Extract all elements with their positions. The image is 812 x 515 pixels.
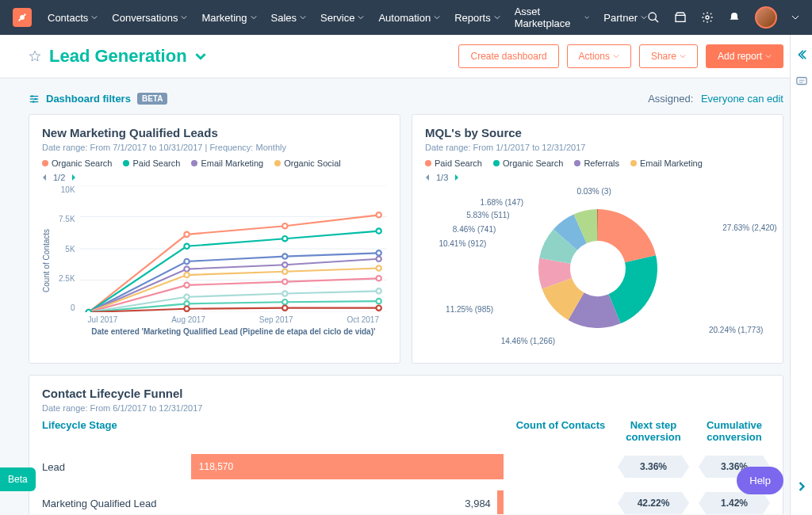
svg-point-47 [282,305,287,310]
funnel-row: Lead 118,570 3.36% 3.36% [42,454,770,479]
svg-point-35 [282,269,287,274]
funnel-row: Marketing Qualified Lead 3,984 42.22% 1.… [42,490,770,514]
svg-point-33 [376,257,381,261]
legend: Organic Search Paid Search Email Marketi… [42,158,387,168]
help-pill[interactable]: Help [737,467,783,494]
hubspot-logo-icon[interactable] [13,8,32,27]
svg-point-29 [282,254,287,258]
svg-point-21 [184,232,189,237]
page-header: Lead Generation Create dashboard Actions… [0,35,812,78]
svg-point-32 [282,262,287,267]
svg-point-44 [282,299,287,304]
svg-point-14 [33,101,35,103]
star-icon[interactable] [29,50,41,63]
create-dashboard-button[interactable]: Create dashboard [458,44,558,68]
card-mql-source: MQL's by Source Date range: From 1/1/201… [412,114,783,364]
gear-icon[interactable] [701,11,714,24]
svg-rect-49 [796,78,806,85]
card-funnel: Contact Lifecycle Funnel Date range: Fro… [29,375,783,514]
svg-point-5 [649,13,656,20]
legend: Paid Search Organic Search Referrals Ema… [425,158,770,168]
share-button[interactable]: Share [639,44,698,68]
chevron-down-icon[interactable] [791,13,799,21]
svg-point-48 [376,305,381,310]
svg-point-31 [184,266,189,271]
svg-point-27 [376,228,381,233]
beta-badge: BETA [137,93,167,105]
chevron-right-icon[interactable] [797,482,806,491]
svg-point-37 [184,283,189,288]
collapse-icon[interactable] [796,49,807,60]
chat-icon[interactable] [796,76,807,87]
pie-chart: 0.03% (3) 1.68% (147) 5.83% (511) 8.46% … [425,185,770,352]
nav-reports[interactable]: Reports [454,6,500,29]
nav-service[interactable]: Service [320,6,364,29]
svg-point-45 [376,299,381,303]
svg-point-12 [31,95,33,97]
line-chart [80,185,387,312]
svg-point-23 [376,212,381,217]
card-title: MQL's by Source [425,126,770,139]
svg-point-28 [184,259,189,264]
svg-line-6 [655,19,658,22]
page-title: Lead Generation [49,46,187,67]
legend-pager[interactable]: 1/2 [42,173,387,182]
nav-menu: Contacts Conversations Marketing Sales S… [48,6,647,29]
side-rail [790,35,812,515]
svg-point-40 [184,295,189,299]
svg-point-42 [376,288,381,293]
actions-button[interactable]: Actions [567,44,631,68]
bell-icon[interactable] [728,11,741,24]
marketplace-icon[interactable] [674,11,687,24]
svg-point-22 [282,223,287,228]
nav-partner[interactable]: Partner [603,6,647,29]
nav-conversations[interactable]: Conversations [112,6,187,29]
assigned-link[interactable]: Everyone can edit [701,93,783,105]
svg-point-24 [86,310,90,312]
legend-pager[interactable]: 1/3 [425,173,770,182]
top-nav: Contacts Conversations Marketing Sales S… [0,0,812,35]
nav-sales[interactable]: Sales [271,6,307,29]
svg-point-36 [376,265,381,270]
svg-point-39 [376,276,381,280]
svg-point-8 [706,16,709,19]
svg-point-46 [184,307,189,311]
dashboard-filters[interactable]: Dashboard filters BETA [29,93,167,105]
svg-point-38 [282,279,287,284]
add-report-button[interactable]: Add report [706,44,783,68]
chevron-down-icon[interactable] [195,51,206,62]
assigned-section: Assigned: Everyone can edit [648,93,783,105]
svg-point-30 [376,250,381,255]
nav-contacts[interactable]: Contacts [48,6,98,29]
svg-point-34 [184,273,189,277]
nav-marketing[interactable]: Marketing [201,6,256,29]
beta-pill[interactable]: Beta [0,467,36,491]
nav-asset-marketplace[interactable]: Asset Marketplace [515,6,590,29]
filter-icon [29,93,40,105]
svg-point-26 [282,236,287,241]
svg-point-13 [34,97,36,100]
card-title: New Marketing Qualified Leads [42,126,387,139]
svg-point-25 [184,244,189,249]
avatar[interactable] [755,6,777,29]
card-mql-leads: New Marketing Qualified Leads Date range… [29,114,400,364]
nav-automation[interactable]: Automation [378,6,440,29]
svg-rect-7 [676,15,685,21]
nav-right [647,6,799,29]
search-icon[interactable] [647,11,660,24]
svg-point-41 [282,291,287,296]
content: Dashboard filters BETA Assigned: Everyon… [0,78,812,514]
